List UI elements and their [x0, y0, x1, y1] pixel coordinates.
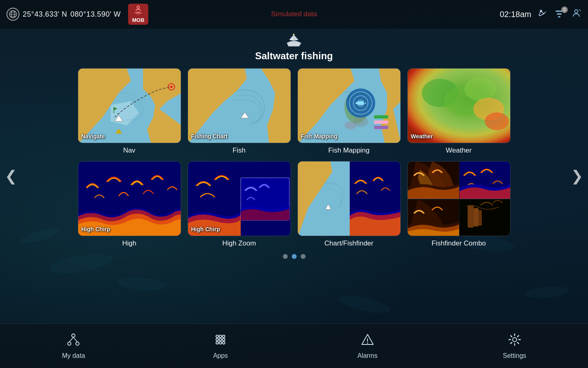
- app-label-high: High: [122, 239, 137, 247]
- category-header: Saltwater fishing: [255, 32, 333, 62]
- app-item-fish[interactable]: Fishing Chart Fish: [188, 68, 291, 155]
- app-thumb-weather: Weather: [407, 68, 511, 143]
- app-item-high-zoom[interactable]: High Chirp High Zoom: [188, 161, 291, 247]
- settings-icon: [507, 332, 522, 350]
- app-label-fish-mapping: Fish Mapping: [328, 146, 370, 155]
- svg-point-73: [222, 342, 225, 344]
- app-grid: Navigate Nav: [78, 68, 511, 247]
- app-thumb-high-zoom: High Chirp: [188, 161, 291, 236]
- main-content: ❮ Saltwater fishing: [0, 28, 588, 323]
- svg-point-31: [345, 121, 356, 129]
- clock-display: 02:18am: [500, 10, 531, 19]
- svg-line-63: [69, 337, 73, 342]
- svg-point-17: [575, 10, 578, 13]
- app-item-fish-mapping[interactable]: Fish Mapping Fish Mapping: [297, 68, 401, 155]
- svg-point-46: [485, 112, 509, 130]
- nav-item-alarms[interactable]: Alarms: [294, 332, 441, 359]
- topbar-right: 02:18am 0: [500, 8, 582, 21]
- svg-point-62: [76, 342, 79, 345]
- app-item-high[interactable]: High Chirp High: [78, 161, 181, 247]
- fish-mapping-thumb-svg: [298, 69, 401, 143]
- mob-label: MOB: [132, 17, 144, 23]
- pagination: [283, 254, 306, 259]
- profile-icon[interactable]: [571, 8, 582, 21]
- category-title: Saltwater fishing: [255, 50, 333, 62]
- app-thumb-high: High Chirp: [78, 161, 181, 236]
- my-data-label: My data: [62, 352, 85, 359]
- app-label-fishfinder-combo: Fishfinder Combo: [432, 239, 486, 247]
- app-item-chart-fishfinder[interactable]: Chart/Fishfinder: [297, 161, 401, 247]
- svg-point-76: [513, 338, 517, 342]
- app-thumb-fish: Fishing Chart: [188, 68, 291, 143]
- mob-person-icon: [133, 5, 143, 17]
- fish-thumb-label: Fishing Chart: [191, 133, 228, 140]
- globe-icon: [6, 8, 19, 21]
- nav-item-my-data[interactable]: My data: [0, 332, 147, 359]
- app-thumb-fish-mapping: Fish Mapping: [297, 68, 401, 143]
- apps-label: Apps: [213, 352, 228, 359]
- svg-point-71: [216, 342, 218, 344]
- alarms-icon: [360, 332, 375, 350]
- high-thumb-label: High Chirp: [81, 226, 111, 232]
- pagination-dot-2[interactable]: [292, 254, 297, 259]
- app-label-high-zoom: High Zoom: [222, 239, 256, 247]
- svg-point-66: [219, 335, 222, 338]
- svg-point-75: [367, 342, 368, 344]
- fish-mapping-thumb-label: Fish Mapping: [301, 133, 338, 140]
- app-label-fish: Fish: [233, 146, 246, 155]
- nav-thumb-svg: [78, 69, 181, 143]
- nav-item-apps[interactable]: Apps: [147, 332, 294, 359]
- svg-line-13: [544, 12, 546, 14]
- topbar-left: 25°43.633' N 080°13.590' W MOB: [6, 4, 148, 25]
- svg-point-61: [68, 342, 71, 345]
- app-item-nav[interactable]: Navigate Nav: [78, 68, 181, 155]
- pagination-dot-3[interactable]: [301, 254, 306, 259]
- simulated-data-label: Simulated data: [271, 10, 317, 18]
- svg-point-69: [219, 338, 222, 341]
- my-data-icon: [66, 332, 81, 350]
- svg-rect-15: [557, 13, 562, 15]
- filter-badge: 0: [561, 6, 568, 13]
- svg-point-67: [222, 335, 225, 338]
- svg-point-60: [72, 334, 75, 337]
- high-zoom-thumb-label: High Chirp: [191, 226, 220, 232]
- svg-rect-16: [558, 16, 560, 17]
- app-thumb-chart-fishfinder: [297, 161, 401, 236]
- svg-point-65: [216, 335, 218, 338]
- svg-line-18: [579, 9, 581, 11]
- prev-arrow[interactable]: ❮: [5, 168, 17, 185]
- coordinates-lat: 25°43.633' N: [23, 10, 67, 19]
- chart-ff-thumb-svg: [298, 161, 401, 236]
- mob-button[interactable]: MOB: [128, 4, 148, 25]
- settings-label: Settings: [503, 352, 526, 359]
- svg-rect-59: [479, 210, 482, 226]
- svg-point-11: [137, 6, 139, 9]
- apps-icon: [213, 332, 228, 350]
- svg-rect-57: [468, 205, 474, 228]
- fish-thumb-svg: [188, 69, 291, 143]
- svg-rect-37: [374, 115, 388, 118]
- app-label-nav: Nav: [123, 146, 135, 155]
- filter-icon-container[interactable]: 0: [554, 9, 564, 19]
- svg-rect-38: [374, 121, 388, 124]
- svg-point-72: [219, 342, 222, 344]
- topbar: 25°43.633' N 080°13.590' W MOB Simulated…: [0, 0, 588, 28]
- next-arrow[interactable]: ❯: [571, 168, 583, 185]
- weather-thumb-label: Weather: [411, 133, 433, 140]
- app-thumb-fishfinder-combo: [407, 161, 511, 236]
- high-thumb-svg: [78, 161, 181, 236]
- app-thumb-nav: Navigate: [78, 68, 181, 143]
- pagination-dot-1[interactable]: [283, 254, 288, 259]
- app-label-chart-fishfinder: Chart/Fishfinder: [325, 239, 374, 247]
- edit-icon[interactable]: [538, 8, 547, 20]
- ff-combo-thumb-svg: [408, 161, 511, 236]
- svg-point-20: [293, 34, 295, 35]
- nav-item-settings[interactable]: Settings: [441, 332, 588, 359]
- svg-point-23: [170, 86, 173, 88]
- app-item-weather[interactable]: Weather Weather: [407, 68, 511, 155]
- svg-rect-58: [474, 208, 479, 226]
- svg-point-70: [222, 338, 225, 341]
- app-label-weather: Weather: [446, 146, 472, 155]
- app-item-fishfinder-combo[interactable]: Fishfinder Combo: [407, 161, 511, 247]
- category-boat-icon: [283, 32, 305, 49]
